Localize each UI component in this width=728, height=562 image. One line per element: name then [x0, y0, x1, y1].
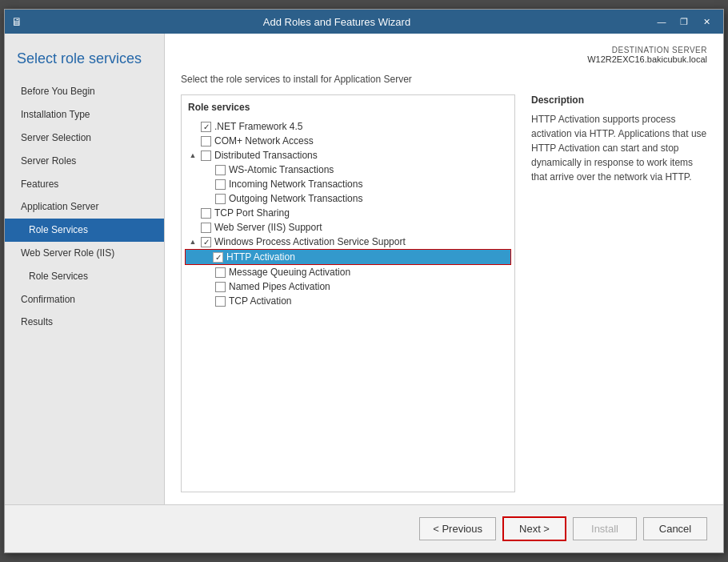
item-label: Named Pipes Activation [229, 281, 330, 292]
expand-icon: ▲ [188, 237, 198, 247]
list-item[interactable]: Message Queuing Activation [188, 265, 508, 279]
previous-button[interactable]: < Previous [419, 517, 496, 540]
install-button[interactable]: Install [573, 517, 637, 540]
main-content: DESTINATION SERVER W12R2EXC16.bakicubuk.… [165, 34, 723, 504]
list-item[interactable]: ▲ Distributed Transactions [188, 148, 508, 163]
list-item[interactable]: Outgoing Network Transactions [188, 191, 508, 206]
list-item[interactable]: COM+ Network Access [188, 134, 508, 148]
item-label: .NET Framework 4.5 [214, 121, 302, 132]
main-header: DESTINATION SERVER W12R2EXC16.bakicubuk.… [181, 46, 707, 64]
expand-icon [188, 223, 198, 232]
item-label: TCP Port Sharing [214, 207, 290, 219]
titlebar: 🖥 Add Roles and Features Wizard — ❐ ✕ [5, 10, 723, 34]
expand-icon [200, 252, 210, 262]
list-item[interactable]: Web Server (IIS) Support [188, 220, 508, 235]
cancel-button[interactable]: Cancel [643, 517, 707, 540]
sidebar-item-role-services-iis[interactable]: Role Services [5, 265, 164, 288]
next-button[interactable]: Next > [502, 516, 566, 541]
expand-icon [202, 267, 212, 277]
sidebar-item-results[interactable]: Results [5, 311, 164, 334]
sidebar-item-before-you-begin[interactable]: Before You Begin [5, 80, 164, 103]
list-item[interactable]: Named Pipes Activation [188, 279, 508, 294]
main-window: 🖥 Add Roles and Features Wizard — ❐ ✕ Se… [4, 9, 724, 553]
expand-icon [202, 282, 212, 291]
sidebar-item-application-server[interactable]: Application Server [5, 195, 164, 219]
checkbox-incoming-network[interactable] [215, 179, 226, 190]
item-label: WS-Atomic Transactions [229, 164, 334, 175]
checkbox-net-framework[interactable] [201, 122, 211, 132]
checkbox-tcp-port[interactable] [201, 208, 211, 219]
destination-label: DESTINATION SERVER [587, 46, 707, 54]
footer: < Previous Next > Install Cancel [5, 504, 723, 552]
sidebar: Select role services Before You Begin In… [5, 34, 165, 504]
sidebar-item-server-roles[interactable]: Server Roles [5, 150, 164, 173]
checkbox-ws-atomic[interactable] [215, 165, 226, 175]
sidebar-item-confirmation[interactable]: Confirmation [5, 288, 164, 311]
item-label: Incoming Network Transactions [229, 179, 362, 190]
role-services-panel[interactable]: Role services .NET Framework 4.5 COM+ Ne… [181, 94, 515, 492]
item-label: HTTP Activation [226, 251, 295, 263]
item-label: TCP Activation [229, 295, 291, 307]
checkbox-windows-process[interactable] [201, 237, 211, 247]
list-item[interactable]: ▲ Windows Process Activation Service Sup… [188, 235, 508, 249]
expand-icon [188, 208, 198, 218]
expand-icon [202, 296, 212, 306]
minimize-button[interactable]: — [651, 14, 672, 30]
description-text: HTTP Activation supports process activat… [531, 112, 707, 184]
main-subtitle: Select the role services to install for … [181, 74, 707, 85]
destination-server: DESTINATION SERVER W12R2EXC16.bakicubuk.… [587, 46, 707, 64]
content-wrapper: Select role services Before You Begin In… [5, 34, 723, 504]
checkbox-named-pipes[interactable] [215, 282, 226, 292]
description-panel: Description HTTP Activation supports pro… [531, 94, 707, 492]
checkbox-outgoing-network[interactable] [215, 194, 226, 204]
expand-icon [202, 194, 212, 203]
sidebar-item-features[interactable]: Features [5, 173, 164, 196]
restore-button[interactable]: ❐ [674, 14, 694, 30]
two-column-layout: Role services .NET Framework 4.5 COM+ Ne… [181, 94, 707, 492]
item-label: Distributed Transactions [214, 150, 318, 161]
list-item[interactable]: TCP Port Sharing [188, 206, 508, 220]
expand-icon [188, 136, 198, 146]
list-item[interactable]: WS-Atomic Transactions [188, 163, 508, 177]
sidebar-heading: Select role services [5, 42, 164, 80]
role-services-title: Role services [188, 102, 508, 113]
list-item[interactable]: TCP Activation [188, 294, 508, 308]
description-title: Description [531, 94, 707, 106]
window-icon: 🖥 [11, 15, 22, 28]
expand-icon [202, 165, 212, 175]
item-label: Outgoing Network Transactions [229, 193, 362, 204]
window-controls: — ❐ ✕ [651, 14, 717, 30]
expand-icon [202, 179, 212, 189]
sidebar-item-server-selection[interactable]: Server Selection [5, 126, 164, 150]
item-label: Message Queuing Activation [229, 267, 350, 278]
sidebar-item-web-server-role[interactable]: Web Server Role (IIS) [5, 242, 164, 265]
checkbox-message-queuing[interactable] [215, 267, 226, 278]
item-label: Windows Process Activation Service Suppo… [214, 236, 406, 247]
list-item[interactable]: .NET Framework 4.5 [188, 119, 508, 134]
expand-icon: ▲ [188, 151, 198, 160]
checkbox-com-network[interactable] [201, 136, 211, 147]
checkbox-web-server-iis[interactable] [201, 223, 211, 233]
checkbox-distributed[interactable] [201, 151, 211, 161]
checkbox-tcp-activation[interactable] [215, 296, 226, 307]
window-title: Add Roles and Features Wizard [22, 16, 651, 28]
sidebar-item-role-services[interactable]: Role Services [5, 219, 164, 242]
sidebar-item-installation-type[interactable]: Installation Type [5, 103, 164, 126]
list-item[interactable]: Incoming Network Transactions [188, 177, 508, 191]
close-button[interactable]: ✕ [696, 14, 717, 30]
checkbox-http-activation[interactable] [213, 252, 223, 263]
list-item-http-activation[interactable]: HTTP Activation [185, 249, 511, 265]
destination-name: W12R2EXC16.bakicubuk.local [587, 54, 707, 64]
expand-icon [188, 122, 198, 131]
item-label: COM+ Network Access [214, 135, 314, 147]
item-label: Web Server (IIS) Support [214, 222, 322, 233]
